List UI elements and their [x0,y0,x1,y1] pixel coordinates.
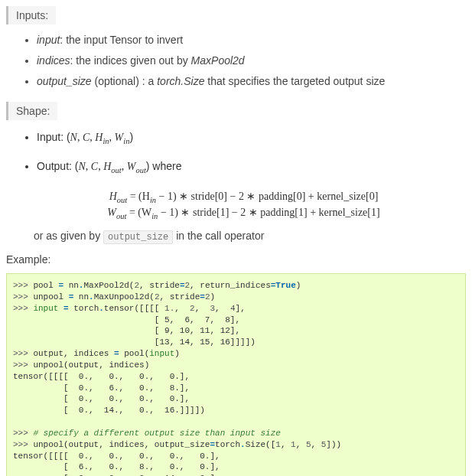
param-name: output_size [37,75,92,87]
prompt: >>> [13,440,33,449]
code-text: input [33,304,63,313]
sub-in: in [150,196,156,204]
code-text: tensor([[[[ [104,304,164,313]
ref-class: torch.Size [157,75,204,87]
or-prefix: or as given by [34,230,103,242]
inputs-list: input: the input Tensor to invert indice… [37,32,466,90]
code-line: [ 6., 0., 8., 0., 0.], [13,462,220,471]
code-text: MaxUnpool2d( [94,292,155,302]
var-N: N [78,161,85,172]
code-text: , [296,440,306,449]
code-text: , stride [139,281,180,290]
sub-out: out [116,212,126,220]
var-H: H [103,161,111,172]
code-line: [ 9, 10, 11, 12], [13,326,240,335]
code-text: , stride [159,292,200,302]
code-line: [ 5, 6, 7, 8], [13,315,240,324]
list-item: output_size (optional) : a torch.Size th… [37,73,466,90]
code-text: ) [210,292,216,302]
list-item: input: the input Tensor to invert [37,32,466,48]
bool: True [275,281,295,290]
var-W: W [115,132,124,143]
example-label: Example: [6,253,466,266]
where-text: where [149,160,181,172]
prompt: >>> [13,429,33,438]
formula-eq: = (H [127,191,150,202]
code-text: , [174,304,190,313]
code-text: pool [33,281,58,290]
var-C: C [91,161,98,172]
code-line: [ 0., 0., 0., 0.], [13,394,190,403]
formula-h: Hout = (Hin − 1) ∗ stride[0] − 2 ∗ paddi… [37,190,451,204]
prompt: >>> [13,349,33,358]
op: = [200,292,205,302]
op: . [89,292,94,302]
or-suffix: in the call operator [173,230,264,242]
num: 1 [291,440,296,449]
formula-block: Hout = (Hin − 1) ∗ stride[0] − 2 ∗ paddi… [37,190,451,220]
prompt: >>> [13,292,33,302]
param-name: input [37,34,60,46]
code-text: ])) [326,440,341,449]
var-C: C [83,132,90,143]
param-opt: (optional) : a [92,75,158,87]
code-line: tensor([[[[ 0., 0., 0., 0., 0.], [13,452,220,461]
sub-in: in [103,137,109,145]
formula-tail: − 1) ∗ stride[1] − 2 ∗ padding[1] + kern… [158,207,379,218]
code-line: [ 0., 6., 0., 8.], [13,383,190,393]
num: 1 [275,440,281,449]
prompt: >>> [13,360,33,370]
op: . [99,304,104,313]
shape-input-prefix: Input: ( [37,131,70,143]
code-text: pool( [119,349,150,358]
num: 2 [190,304,195,313]
code-text: Size([ [246,440,276,449]
code-text: , [215,304,230,313]
list-item: Input: (N, C, Hin, Win) [37,128,466,149]
inline-code: output_size [103,230,173,244]
code-text: nn [63,281,79,290]
code-text: ) [296,281,301,290]
inputs-label: Inputs: [6,6,56,24]
code-text: ], [236,304,246,313]
code-text: unpool [33,292,68,302]
code-text: input [149,349,174,358]
comment: # specify a different output size than i… [33,429,280,438]
or-line: or as given by output_size in the call o… [34,230,466,243]
code-line: [13, 14, 15, 16]]]]) [13,337,256,347]
var-W: W [127,161,136,172]
code-text: unpool(output, indices) [33,360,149,370]
param-desc: : the indices given out by [70,54,191,67]
var-N: N [70,132,77,143]
list-item: indices: the indices given out by MaxPoo… [37,53,466,69]
code-text: , return_indices [190,281,271,290]
formula-w: Wout = (Win − 1) ∗ stride[1] − 2 ∗ paddi… [37,206,451,220]
code-text: output, indices [33,349,114,358]
var-H: H [109,191,117,202]
num: 4 [230,304,236,313]
shape-list: Input: (N, C, Hin, Win) Output: (N, C, H… [37,128,466,178]
code-text: ) [174,349,180,358]
num: 2 [205,292,210,302]
code-text: , [311,440,321,449]
param-desc: : the input Tensor to invert [60,34,183,46]
op: = [180,281,185,290]
list-item: Output: (N, C, Hout, Wout) where [37,157,466,178]
code-text: torch [215,440,240,449]
op: = [114,349,119,358]
shape-output-prefix: Output: ( [37,160,78,172]
op: . [240,440,246,449]
op: = [63,304,69,313]
formula-tail: − 1) ∗ stride[0] − 2 ∗ padding[0] + kern… [156,191,378,202]
sub-out: out [135,165,145,174]
code-line: tensor([[[[ 0., 0., 0., 0.], [13,372,190,381]
code-text: unpool(output, indices, output_size [33,440,210,449]
param-name: indices [37,54,70,67]
var-W: W [107,207,116,218]
code-text: MaxPool2d( [83,281,134,290]
shape-label: Shape: [6,102,57,120]
paren-close: ) [129,131,133,143]
param-tail: that specifies the targeted output size [204,75,385,87]
var-H: H [95,132,103,143]
sub-out: out [111,165,121,174]
